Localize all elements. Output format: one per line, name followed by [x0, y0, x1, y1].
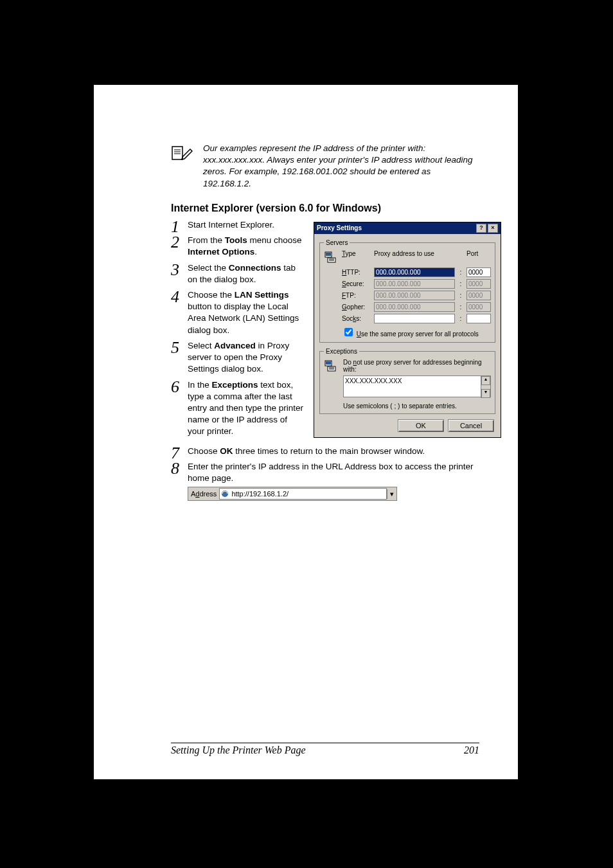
step-6: In the Exceptions text box, type a comma…	[171, 379, 306, 438]
ftp-port-field	[466, 291, 491, 300]
servers-legend: Servers	[324, 239, 350, 246]
dialog-titlebar: Proxy Settings ? ×	[314, 222, 501, 234]
scroll-up-icon[interactable]: ▲	[481, 376, 490, 385]
step-4: Choose the LAN Settings button to displa…	[171, 289, 306, 336]
col-type: Type	[342, 250, 371, 266]
secure-port-field	[466, 279, 491, 289]
address-value: http://192.168.1.2/	[231, 489, 289, 499]
steps-list-cont: Choose OK three times to return to the m…	[171, 446, 479, 502]
exceptions-icon	[324, 359, 339, 410]
document-page: Our examples represent the IP address of…	[94, 85, 518, 779]
http-address-field[interactable]	[374, 267, 455, 277]
http-port-field[interactable]	[466, 267, 491, 277]
help-button[interactable]: ?	[476, 224, 486, 233]
proxy-settings-dialog: Proxy Settings ? × Servers Type	[314, 222, 501, 438]
same-proxy-label: Use the same proxy server for all protoc…	[357, 330, 479, 338]
gopher-port-field	[466, 302, 491, 312]
ftp-label: FTP:	[342, 292, 371, 299]
secure-label: Secure:	[342, 280, 371, 287]
step-3: Select the Connections tab on the dialog…	[171, 262, 306, 285]
address-dropdown[interactable]: ▾	[387, 489, 396, 499]
step-7: Choose OK three times to return to the m…	[171, 446, 479, 457]
http-label: HTTP:	[342, 269, 371, 276]
exceptions-group: Exceptions Do not use proxy server for a…	[319, 348, 495, 414]
svg-rect-5	[326, 253, 331, 256]
gopher-address-field	[374, 302, 455, 312]
exceptions-textarea[interactable]	[343, 375, 491, 397]
col-addr: Proxy address to use	[374, 250, 455, 266]
steps-list: Start Internet Explorer. From the Tools …	[171, 219, 306, 438]
close-button[interactable]: ×	[488, 224, 498, 233]
scroll-down-icon[interactable]: ▼	[481, 389, 490, 398]
col-port: Port	[466, 250, 491, 266]
servers-icon	[324, 250, 339, 266]
socks-label: Socks:	[342, 315, 371, 322]
footer-title: Setting Up the Printer Web Page	[171, 745, 306, 756]
exceptions-scrollbar[interactable]: ▲ ▼	[481, 376, 490, 398]
svg-rect-0	[172, 147, 182, 159]
cancel-button[interactable]: Cancel	[448, 419, 494, 432]
svg-rect-10	[326, 361, 331, 365]
step-2: From the Tools menu choose Internet Opti…	[171, 235, 306, 258]
ftp-address-field	[374, 291, 455, 300]
socks-address-field[interactable]	[374, 314, 455, 323]
socks-port-field[interactable]	[466, 314, 491, 323]
step-8: Enter the printer's IP address in the UR…	[171, 461, 479, 501]
address-field[interactable]: http://192.168.1.2/	[219, 488, 387, 500]
separator-hint: Use semicolons ( ; ) to separate entries…	[343, 402, 491, 410]
step-5: Select Advanced in Proxy server to open …	[171, 340, 306, 375]
note-icon	[171, 145, 193, 162]
gopher-label: Gopher:	[342, 303, 371, 311]
secure-address-field	[374, 279, 455, 289]
same-proxy-checkbox[interactable]	[344, 328, 353, 336]
address-bar: Address http://192.168.1.2/ ▾	[188, 487, 397, 501]
step-1: Start Internet Explorer.	[171, 219, 306, 231]
address-label: Address	[188, 489, 219, 499]
ie-icon	[221, 490, 229, 498]
same-proxy-row: Use the same proxy server for all protoc…	[324, 326, 491, 338]
note-text: Our examples represent the IP address of…	[203, 143, 479, 190]
section-heading: Internet Explorer (version 6.0 for Windo…	[171, 203, 479, 214]
servers-group: Servers Type Proxy address to use Port	[319, 239, 495, 343]
page-number: 201	[464, 745, 479, 756]
page-footer: Setting Up the Printer Web Page 201	[171, 743, 479, 756]
exceptions-text: Do not use proxy server for addresses be…	[343, 359, 491, 373]
ok-button[interactable]: OK	[398, 419, 444, 432]
note-block: Our examples represent the IP address of…	[171, 143, 479, 190]
exceptions-legend: Exceptions	[324, 348, 359, 355]
dialog-title: Proxy Settings	[317, 224, 362, 231]
